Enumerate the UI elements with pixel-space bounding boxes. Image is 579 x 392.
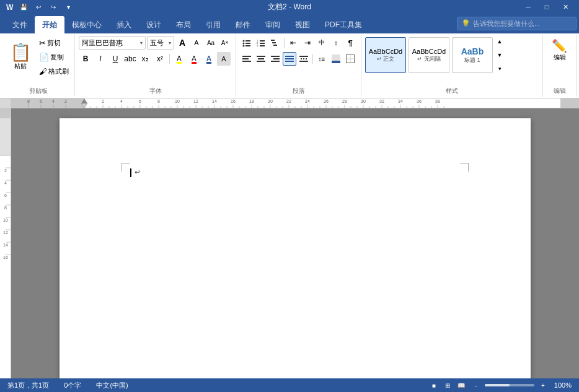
show-marks-button[interactable]: ¶	[343, 36, 357, 50]
redo-button[interactable]: ↪	[47, 1, 60, 12]
style-heading1[interactable]: AaBb 标题 1	[452, 37, 493, 73]
bullets-button[interactable]	[240, 36, 254, 50]
zoom-level[interactable]: 100%	[552, 381, 574, 389]
tab-insert[interactable]: 插入	[109, 16, 139, 33]
edit-group-label: 编辑	[543, 87, 576, 95]
page-info[interactable]: 第1页，共1页	[5, 381, 51, 390]
svg-rect-129	[0, 155, 11, 378]
underline-button[interactable]: U	[108, 52, 122, 66]
customize-qat-button[interactable]: ▾	[62, 1, 74, 12]
svg-rect-16	[273, 45, 277, 46]
tab-template[interactable]: 模板中心	[64, 16, 109, 33]
minimize-button[interactable]: ─	[519, 0, 537, 14]
distribute-button[interactable]	[297, 52, 311, 66]
bold-button[interactable]: B	[79, 52, 92, 66]
read-view-button[interactable]: 📖	[455, 380, 467, 391]
tab-view[interactable]: 视图	[288, 16, 317, 33]
page-scroll-area[interactable]: ↵	[11, 108, 579, 378]
tab-design[interactable]: 设计	[139, 16, 169, 33]
styles-expand-button[interactable]: ▾	[495, 63, 504, 74]
svg-point-4	[243, 43, 245, 45]
chevron-down-icon: ▾	[169, 40, 171, 46]
strikethrough-button[interactable]: abc	[123, 52, 137, 66]
style-heading1-name: 标题 1	[464, 56, 480, 64]
tab-pdf[interactable]: PDF工具集	[317, 16, 369, 33]
svg-text:W: W	[6, 3, 14, 12]
text-highlight-button[interactable]: A	[172, 52, 186, 66]
italic-button[interactable]: I	[94, 52, 107, 66]
tab-layout[interactable]: 布局	[169, 16, 198, 33]
font-size-dropdown[interactable]: 五号 ▾	[147, 36, 174, 50]
decrease-font-size-button[interactable]: A	[190, 36, 203, 50]
cursor-area[interactable]: ↵	[130, 168, 141, 177]
tab-file[interactable]: 文件	[5, 16, 35, 33]
web-view-button[interactable]: ⊞	[441, 380, 454, 391]
center-button[interactable]	[254, 52, 268, 66]
styles-scroll-down-button[interactable]: ▼	[495, 50, 504, 61]
style-no-spacing-preview: AaBbCcDd	[412, 48, 446, 55]
svg-text:36: 36	[417, 99, 422, 103]
svg-text:22: 22	[286, 99, 291, 103]
numbering-button[interactable]: 1.2.3.	[254, 36, 268, 50]
tab-mailings[interactable]: 邮件	[228, 16, 258, 33]
undo-button[interactable]: ↩	[32, 1, 45, 12]
tab-review[interactable]: 审阅	[258, 16, 288, 33]
superscript-button[interactable]: x²	[153, 52, 167, 66]
svg-text:12: 12	[3, 230, 8, 235]
align-right-button[interactable]	[268, 52, 282, 66]
decrease-indent-button[interactable]: ⇤	[286, 36, 300, 50]
borders-button[interactable]	[343, 52, 357, 66]
help-search-box[interactable]: 💡	[457, 17, 577, 30]
justify-button[interactable]	[283, 52, 296, 66]
language[interactable]: 中文(中国)	[94, 381, 130, 390]
char-shading-button[interactable]: A	[217, 52, 231, 66]
clear-format-button[interactable]: A✕	[218, 36, 232, 50]
para-row-2: ↕≡	[240, 52, 357, 66]
cut-button[interactable]: ✂ 剪切	[37, 36, 71, 50]
increase-font-size-button[interactable]: A	[175, 36, 189, 50]
copy-button[interactable]: 📄 复制	[37, 50, 71, 64]
print-layout-view-button[interactable]: ■	[428, 380, 440, 391]
font-group: 阿里巴巴普惠 ▾ 五号 ▾ A A Aa A✕	[75, 35, 236, 97]
ruler-corner[interactable]	[0, 98, 11, 108]
vertical-ruler-svg: 2 4 6 8 10 12 14 16	[0, 108, 11, 378]
text-effect-button[interactable]: A	[202, 52, 216, 66]
styles-scroll-up-button[interactable]: ▲	[495, 36, 504, 47]
ruler-svg: 8 6 4 2 2 4	[11, 98, 579, 108]
format-painter-button[interactable]: 🖌 格式刷	[37, 64, 71, 78]
zoom-in-button[interactable]: +	[537, 380, 549, 391]
close-button[interactable]: ✕	[557, 0, 574, 14]
restore-button[interactable]: □	[538, 0, 555, 14]
copy-icon: 📄	[39, 53, 49, 62]
tab-home[interactable]: 开始	[35, 16, 64, 33]
help-search-input[interactable]	[473, 20, 572, 27]
edit-label: 编辑	[554, 53, 566, 62]
save-button[interactable]: 💾	[17, 1, 30, 12]
multilevel-list-button[interactable]	[268, 36, 282, 50]
align-left-button[interactable]	[240, 52, 254, 66]
document-page[interactable]: ↵	[60, 118, 531, 378]
style-no-spacing[interactable]: AaBbCcDd ↵ 无间隔	[409, 37, 449, 73]
zoom-out-button[interactable]: -	[470, 380, 482, 391]
line-spacing-button[interactable]: ↕≡	[315, 52, 329, 66]
paste-icon: 📋	[10, 44, 32, 61]
style-normal[interactable]: AaBbCcDd ↵ 正文	[365, 37, 406, 73]
edit-group-button[interactable]: ✏️ 编辑	[547, 36, 572, 64]
word-count[interactable]: 0个字	[61, 381, 84, 390]
subscript-button[interactable]: x₂	[138, 52, 152, 66]
tab-references[interactable]: 引用	[198, 16, 228, 33]
font-name-dropdown[interactable]: 阿里巴巴普惠 ▾	[79, 36, 146, 50]
zoom-slider[interactable]	[485, 384, 534, 386]
change-case-button[interactable]: Aa	[204, 36, 218, 50]
shading-button[interactable]	[329, 52, 343, 66]
font-size-value: 五号	[150, 38, 167, 48]
svg-text:6: 6	[139, 99, 141, 103]
chinese-layout-button[interactable]: 中	[315, 36, 329, 50]
sort-button[interactable]: ↕	[329, 36, 343, 50]
svg-text:20: 20	[268, 99, 273, 103]
separator	[284, 38, 285, 48]
font-color-button[interactable]: A	[187, 52, 201, 66]
paste-button[interactable]: 📋 粘贴	[6, 43, 35, 72]
svg-rect-26	[285, 56, 294, 57]
increase-indent-button[interactable]: ⇥	[301, 36, 314, 50]
